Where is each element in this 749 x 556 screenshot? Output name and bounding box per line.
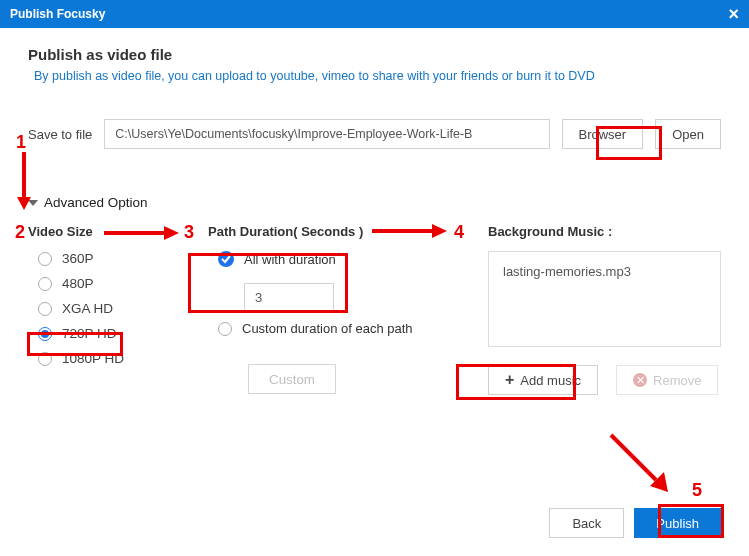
remove-icon: ✕ <box>633 373 647 387</box>
browser-button[interactable]: Browser <box>562 119 644 149</box>
window-title: Publish Focusky <box>10 7 105 21</box>
caret-down-icon <box>28 200 38 206</box>
path-duration-title: Path Duration( Seconds ) <box>208 224 458 239</box>
back-button[interactable]: Back <box>549 508 624 538</box>
save-path-input[interactable] <box>104 119 549 149</box>
all-with-duration-label: All with duration <box>244 252 336 267</box>
advanced-option-label: Advanced Option <box>44 195 148 210</box>
radio-icon <box>218 322 232 336</box>
duration-input[interactable] <box>244 283 334 311</box>
video-size-720p-hd[interactable]: 720P HD <box>38 326 178 341</box>
video-size-360p[interactable]: 360P <box>38 251 178 266</box>
annotation-number-5: 5 <box>692 480 702 501</box>
title-bar: Publish Focusky × <box>0 0 749 28</box>
check-icon <box>218 251 234 267</box>
close-icon[interactable]: × <box>728 4 739 25</box>
all-with-duration-option[interactable]: All with duration <box>218 251 458 267</box>
publish-button[interactable]: Publish <box>634 508 721 538</box>
custom-duration-label: Custom duration of each path <box>242 321 413 336</box>
open-button[interactable]: Open <box>655 119 721 149</box>
background-music-title: Background Music : <box>488 224 721 239</box>
svg-line-6 <box>611 435 656 480</box>
custom-button: Custom <box>248 364 336 394</box>
remove-music-label: Remove <box>653 373 701 388</box>
annotation-arrow-5 <box>606 430 676 500</box>
custom-duration-option[interactable]: Custom duration of each path <box>218 321 458 336</box>
advanced-option-toggle[interactable]: Advanced Option <box>28 195 721 210</box>
add-music-label: Add music <box>520 373 581 388</box>
svg-marker-7 <box>650 472 668 492</box>
video-size-480p[interactable]: 480P <box>38 276 178 291</box>
video-size-1080p-hd[interactable]: 1080P HD <box>38 351 178 366</box>
add-music-button[interactable]: + Add music <box>488 365 598 395</box>
music-list[interactable]: lasting-memories.mp3 <box>488 251 721 347</box>
video-size-xga-hd[interactable]: XGA HD <box>38 301 178 316</box>
music-file-item[interactable]: lasting-memories.mp3 <box>503 264 706 279</box>
plus-icon: + <box>505 371 514 389</box>
video-size-title: Video Size <box>28 224 178 239</box>
page-title: Publish as video file <box>28 46 721 63</box>
page-subtitle: By publish as video file, you can upload… <box>34 69 721 83</box>
save-to-file-label: Save to file <box>28 127 92 142</box>
remove-music-button: ✕ Remove <box>616 365 718 395</box>
